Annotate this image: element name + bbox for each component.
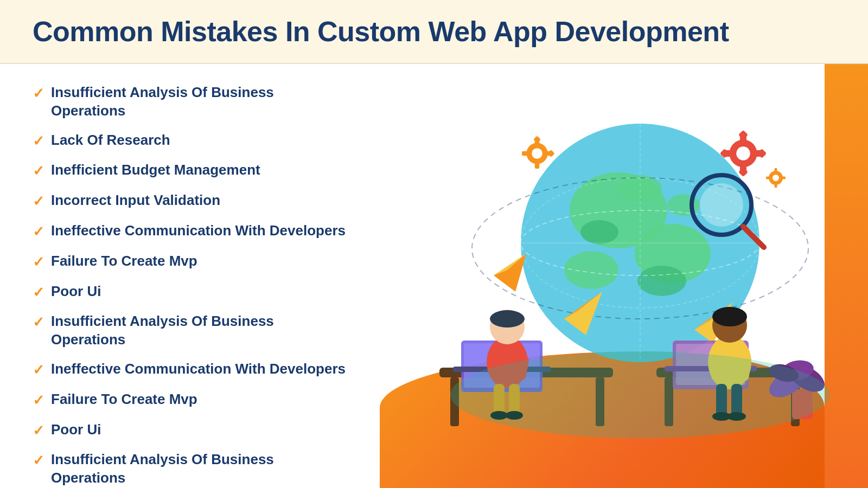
svg-point-69 xyxy=(712,307,747,326)
svg-point-81 xyxy=(450,351,830,438)
svg-point-3 xyxy=(564,251,618,289)
svg-rect-30 xyxy=(738,130,748,140)
svg-point-7 xyxy=(637,266,686,296)
svg-point-5 xyxy=(667,194,700,216)
list-item-9: ✓Ineffective Communication With Develope… xyxy=(33,357,347,383)
checkmark-icon: ✓ xyxy=(33,85,44,103)
list-item-11: ✓Poor Ui xyxy=(33,418,347,444)
list-item-12: ✓Insufficient Analysis Of Business Opera… xyxy=(33,447,347,488)
list-item-text: Insufficient Analysis Of Business Operat… xyxy=(51,451,347,487)
checkmark-icon: ✓ xyxy=(33,132,44,151)
svg-rect-39 xyxy=(781,177,786,179)
list-item-2: ✓Lack Of Research xyxy=(33,128,347,154)
svg-rect-20 xyxy=(522,151,529,156)
checkmark-icon: ✓ xyxy=(33,284,44,302)
list-item-text: Lack Of Research xyxy=(51,131,170,150)
checkmark-icon: ✓ xyxy=(33,361,44,380)
list-item-text: Failure To Create Mvp xyxy=(51,390,197,409)
svg-rect-37 xyxy=(775,183,777,188)
list-item-4: ✓Incorrect Input Validation xyxy=(33,188,347,214)
checkmark-icon: ✓ xyxy=(33,422,44,440)
svg-rect-33 xyxy=(738,167,748,177)
svg-rect-22 xyxy=(533,136,541,143)
illustration-area xyxy=(380,64,868,488)
checkmark-icon: ✓ xyxy=(33,313,44,332)
list-item-6: ✓Failure To Create Mvp xyxy=(33,249,347,275)
checkmark-icon: ✓ xyxy=(33,192,44,211)
list-item-text: Failure To Create Mvp xyxy=(51,252,197,271)
page-header: Common Mistakes In Custom Web App Develo… xyxy=(0,0,868,64)
svg-point-35 xyxy=(773,175,779,181)
svg-point-17 xyxy=(532,148,542,159)
list-item-text: Insufficient Analysis Of Business Operat… xyxy=(51,312,347,349)
list-item-text: Ineffective Communication With Developer… xyxy=(51,360,346,378)
globe-illustration xyxy=(407,102,841,454)
svg-point-60 xyxy=(490,310,525,328)
list-item-text: Insufficient Analysis Of Business Operat… xyxy=(51,84,347,120)
svg-point-6 xyxy=(580,220,618,244)
list-item-8: ✓Insufficient Analysis Of Business Opera… xyxy=(33,309,347,352)
list-item-10: ✓Failure To Create Mvp xyxy=(33,387,347,413)
list-item-text: Poor Ui xyxy=(51,421,101,439)
list-item-5: ✓Ineffective Communication With Develope… xyxy=(33,219,347,245)
page-title: Common Mistakes In Custom Web App Develo… xyxy=(33,15,835,48)
main-content: ✓Insufficient Analysis Of Business Opera… xyxy=(0,64,868,488)
list-item-text: Inefficient Budget Management xyxy=(51,161,260,179)
list-item-7: ✓Poor Ui xyxy=(33,279,347,305)
checkmark-icon: ✓ xyxy=(33,452,44,470)
svg-point-25 xyxy=(736,146,750,160)
mistakes-list: ✓Insufficient Analysis Of Business Opera… xyxy=(0,64,380,488)
checkmark-icon: ✓ xyxy=(33,162,44,181)
svg-rect-19 xyxy=(535,161,539,169)
list-item-text: Poor Ui xyxy=(51,282,101,301)
list-item-1: ✓Insufficient Analysis Of Business Opera… xyxy=(33,80,347,124)
list-item-text: Incorrect Input Validation xyxy=(51,191,220,210)
checkmark-icon: ✓ xyxy=(33,223,44,241)
list-item-text: Ineffective Communication With Developer… xyxy=(51,222,346,240)
checkmark-icon: ✓ xyxy=(33,253,44,272)
svg-rect-31 xyxy=(757,149,767,158)
svg-rect-36 xyxy=(775,168,777,173)
list-item-3: ✓Inefficient Budget Management xyxy=(33,158,347,184)
svg-rect-23 xyxy=(547,150,555,157)
checkmark-icon: ✓ xyxy=(33,391,44,410)
svg-point-14 xyxy=(700,183,743,227)
svg-rect-38 xyxy=(766,177,771,179)
